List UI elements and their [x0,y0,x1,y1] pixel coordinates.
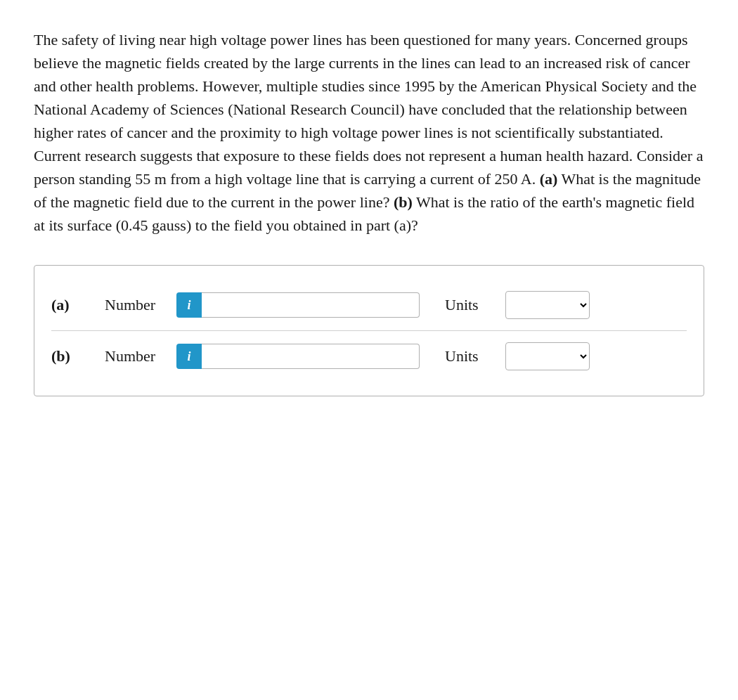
part-b-number-label: Number [105,345,168,368]
part-a-number-input[interactable] [202,292,420,318]
part-a-label: (a) [51,294,93,316]
part-a-input-group: i [176,292,420,318]
answer-box: (a) Number i Units (b) Number i Units [34,265,704,396]
part-b-label: (b) [51,345,93,368]
answer-row-a: (a) Number i Units [51,280,687,330]
part-a-units-select[interactable] [505,291,590,319]
bold-b: (b) [394,193,413,211]
page-container: The safety of living near high voltage p… [0,0,738,700]
part-b-input-group: i [176,344,420,369]
part-a-info-button[interactable]: i [176,292,202,318]
bold-a: (a) [540,170,558,188]
part-b-info-button[interactable]: i [176,344,202,369]
part-a-units-label: Units [445,294,494,316]
part-b-units-select[interactable] [505,342,590,370]
part-a-number-label: Number [105,294,168,316]
part-b-units-label: Units [445,345,494,368]
part-b-number-input[interactable] [202,344,420,369]
question-text: The safety of living near high voltage p… [34,28,704,237]
answer-row-b: (b) Number i Units [51,330,687,382]
